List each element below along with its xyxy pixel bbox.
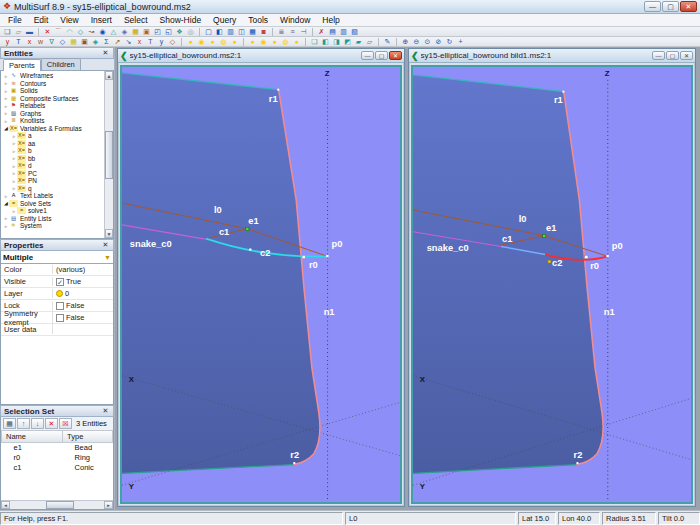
toolbar2-tool-icon-7[interactable]: ▣ [79,37,90,46]
toolbar1-tool-icon-22[interactable]: ◫ [236,27,247,36]
toolbar2-tool-icon-32[interactable]: ◩ [342,37,353,46]
toolbar2-tool-icon-23[interactable]: ● [247,37,258,46]
tree-item-knotlists[interactable]: ▹≣Knotlists [1,117,104,125]
tree-item-solids[interactable]: ▹▣Solids [1,87,104,95]
view1-titlebar[interactable]: ❮ sy15-elliptical_bowround.ms2:1 — ▢ ✕ [118,49,404,63]
tree-item-d[interactable]: ▹X=d [1,162,104,170]
toolbar1-tool-icon-19[interactable]: ▢ [203,27,214,36]
toolbar1-tool-icon-5[interactable]: ⌒ [53,27,64,36]
entities-scrollbar[interactable]: ▲ ▼ [104,71,113,238]
tree-item-text-labels[interactable]: ▹AText Labels [1,192,104,200]
toolbar1-tool-icon-30[interactable]: ✗ [316,27,327,36]
toolbar1-tool-icon-26[interactable]: ≣ [276,27,287,36]
toolbar1-tool-icon-31[interactable]: ▤ [327,27,338,36]
toolbar2-tool-icon-5[interactable]: ◇ [57,37,68,46]
selection-close-icon[interactable]: ✕ [101,407,110,415]
toolbar1-tool-icon-16[interactable]: ❖ [174,27,185,36]
view1-close-button[interactable]: ✕ [389,51,402,60]
toolbar1-tool-icon-11[interactable]: ◈ [119,27,130,36]
toolbar1-tool-icon-32[interactable]: ▥ [338,27,349,36]
toolbar1-tool-icon-20[interactable]: ◧ [214,27,225,36]
view2-titlebar[interactable]: ❮ sy15-elliptical_bowround bild1.ms2:1 —… [409,49,695,63]
point-c2[interactable] [249,248,251,250]
tree-item-contours[interactable]: ▹≋Contours [1,80,104,88]
toolbar2-tool-icon-42[interactable]: ↻ [444,37,455,46]
view-window-2[interactable]: ❮ sy15-elliptical_bowround bild1.ms2:1 —… [408,48,696,507]
toolbar1-tool-icon-21[interactable]: ▥ [225,27,236,36]
move-up-icon[interactable]: ↑ [17,418,30,429]
tree-item-composite-surfaces[interactable]: ▹▦Composite Surfaces [1,95,104,103]
toolbar2-tool-icon-21[interactable]: ● [229,37,240,46]
view1-maximize-button[interactable]: ▢ [375,51,388,60]
toolbar1-tool-icon-12[interactable]: ▦ [130,27,141,36]
toolbar2-tool-icon-9[interactable]: Σ [101,37,112,46]
scroll-down-icon[interactable]: ▼ [105,229,113,238]
hscroll-thumb[interactable] [46,501,74,509]
ring-r0-point[interactable] [302,255,305,258]
toolbar2-tool-icon-34[interactable]: ▱ [364,37,375,46]
toolbar1-tool-icon-13[interactable]: ▣ [141,27,152,36]
toolbar2-tool-icon-43[interactable]: + [455,37,466,46]
toolbar1-tool-icon-6[interactable]: ◠ [64,27,75,36]
tree-item-aa[interactable]: ▹X=aa [1,140,104,148]
selection-row-c1[interactable]: c1Conic [2,462,113,472]
toolbar2-tool-icon-38[interactable]: ⊕ [400,37,411,46]
view-window-1[interactable]: ❮ sy15-elliptical_bowround.ms2:1 — ▢ ✕ [117,48,405,507]
bead-e1-point[interactable] [543,234,546,237]
tree-item-graphs[interactable]: ▹▧Graphs [1,110,104,118]
properties-close-icon[interactable]: ✕ [101,241,110,249]
menu-query[interactable]: Query [207,14,242,27]
property-value[interactable]: (various) [53,265,113,274]
toolbar2-tool-icon-8[interactable]: ◈ [90,37,101,46]
toolbar1-tool-icon-9[interactable]: ◉ [97,27,108,36]
toolbar2-tool-icon-17[interactable]: ● [185,37,196,46]
toolbar2-tool-icon-24[interactable]: ◉ [258,37,269,46]
selection-hscrollbar[interactable]: ◄ ► [1,500,113,509]
point-r1[interactable] [562,91,564,93]
clear-all-icon[interactable]: ☒ [59,418,72,429]
toolbar2-tool-icon-33[interactable]: ▰ [353,37,364,46]
toolbar2-tool-icon-31[interactable]: ◨ [331,37,342,46]
selection-row-e1[interactable]: e1Bead [2,442,113,452]
tree-item-pn[interactable]: ▹X=PN [1,177,104,185]
toolbar2-tool-icon-41[interactable]: ⊘ [433,37,444,46]
tree-item-bb[interactable]: ▹X=bb [1,155,104,163]
toolbar1-tool-icon-33[interactable]: ▧ [349,27,360,36]
checkbox-icon[interactable] [56,302,64,310]
selection-list-icon[interactable]: ▦ [3,418,16,429]
toolbar1-tool-icon-28[interactable]: ⊣ [298,27,309,36]
scroll-thumb[interactable] [105,131,113,179]
scroll-left-icon[interactable]: ◄ [1,501,10,509]
tree-item-wireframes[interactable]: ▹∿Wireframes [1,72,104,80]
toolbar1-tool-icon-10[interactable]: △ [108,27,119,36]
property-value[interactable]: False [53,301,113,310]
property-value[interactable]: 0 [53,289,113,298]
tree-item-a[interactable]: ▹X=a [1,132,104,140]
toolbar2-tool-icon-40[interactable]: ⊙ [422,37,433,46]
menu-tools[interactable]: Tools [242,14,274,27]
yellow-point-c2[interactable] [548,260,551,263]
scroll-right-icon[interactable]: ► [104,501,113,509]
toolbar2-tool-icon-2[interactable]: x [24,37,35,46]
toolbar2-tool-icon-11[interactable]: ↘ [123,37,134,46]
menu-file[interactable]: File [2,14,28,27]
point-p0[interactable] [326,255,328,257]
toolbar1-tool-icon-0[interactable]: ❏ [2,27,13,36]
toolbar2-tool-icon-29[interactable]: ❏ [309,37,320,46]
tree-item-entity-lists[interactable]: ▹▤Entity Lists [1,215,104,223]
toolbar1-tool-icon-17[interactable]: ◎ [185,27,196,36]
toolbar2-tool-icon-4[interactable]: ∇ [46,37,57,46]
toolbar2-tool-icon-0[interactable]: y [2,37,13,46]
toolbar2-tool-icon-39[interactable]: ⊖ [411,37,422,46]
tree-item-relabels[interactable]: ▹⚑Relabels [1,102,104,110]
bead-e1-point[interactable] [246,227,249,230]
remove-icon[interactable]: ✕ [45,418,58,429]
view2-canvas[interactable]: Z X Y r1 l0 e1 c1 snake_c0 c2 p0 r0 n1 r… [411,65,693,504]
maximize-button[interactable]: ▢ [662,1,679,12]
point-r2[interactable] [293,462,295,464]
toolbar2-tool-icon-15[interactable]: ◇ [167,37,178,46]
tab-children[interactable]: Children [41,58,81,70]
minimize-button[interactable]: — [644,1,661,12]
menu-view[interactable]: View [54,14,84,27]
menu-show-hide[interactable]: Show-Hide [154,14,208,27]
